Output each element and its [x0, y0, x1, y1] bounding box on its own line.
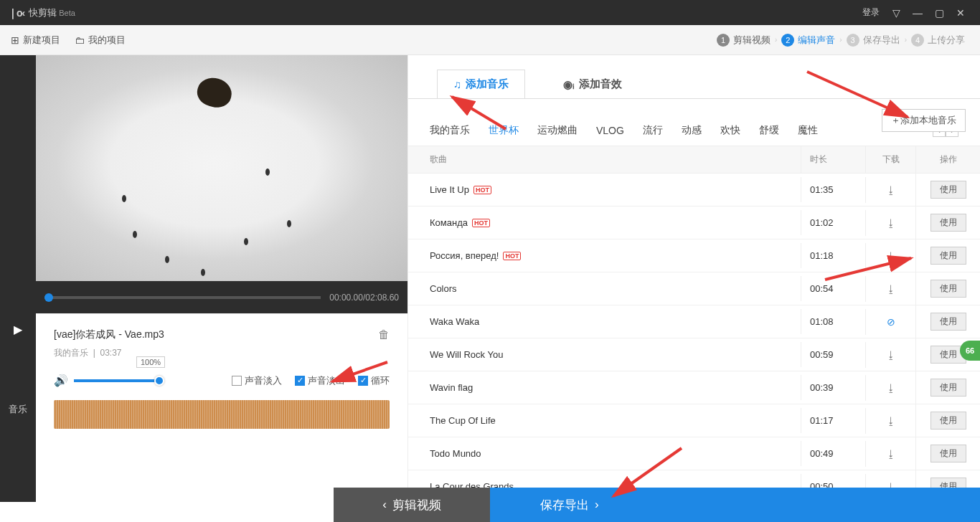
hot-badge: HOT — [503, 252, 521, 260]
use-button[interactable]: 使用 — [930, 313, 966, 331]
new-project-button[interactable]: ⊞新建项目 — [11, 34, 60, 47]
table-row[interactable]: КомандаHOT01:02⭳使用 — [408, 207, 980, 239]
song-name: Todo Mundo — [430, 448, 481, 459]
waveform[interactable] — [54, 400, 390, 429]
plus-icon: ⊞ — [11, 34, 19, 46]
download-icon[interactable]: ⭳ — [886, 283, 896, 295]
step-edit-video[interactable]: 1剪辑视频 — [717, 34, 771, 47]
sfx-icon: ◉ᵢ — [563, 78, 575, 91]
play-button[interactable]: ▶ — [0, 313, 36, 346]
table-row[interactable]: The Cup Of Life01:17⭳使用 — [408, 404, 980, 437]
category-2[interactable]: 运动燃曲 — [537, 124, 578, 137]
use-button[interactable]: 使用 — [930, 247, 966, 265]
download-icon[interactable]: ⭳ — [886, 349, 896, 361]
song-duration: 00:59 — [801, 342, 865, 367]
login-button[interactable]: 登录 — [862, 6, 880, 19]
table-row[interactable]: Colors00:54⭳使用 — [408, 272, 980, 305]
song-name: We Will Rock You — [430, 349, 503, 360]
my-projects-button[interactable]: 🗀我的项目 — [75, 34, 126, 47]
sidebar-music-label: 音乐 — [0, 403, 36, 416]
download-icon[interactable]: ⭳ — [886, 250, 896, 262]
category-4[interactable]: 流行 — [643, 124, 663, 137]
music-library: ♫添加音乐 ◉ᵢ添加音效 ＋添加本地音乐 我的音乐世界杯运动燃曲VLOG流行动感… — [407, 55, 980, 502]
table-row[interactable]: Россия, вперед!HOT01:18⭳使用 — [408, 239, 980, 272]
tab-add-sfx[interactable]: ◉ᵢ添加音效 — [547, 70, 639, 99]
hot-badge: HOT — [473, 186, 491, 194]
sidebar: ▶ 音乐 — [0, 55, 36, 502]
maximize-icon[interactable]: ▢ — [928, 7, 950, 19]
beta-label: Beta — [59, 9, 75, 17]
category-0[interactable]: 我的音乐 — [430, 124, 470, 137]
footer-next-button[interactable]: 保存导出› — [490, 488, 980, 522]
menu-icon[interactable]: ▽ — [885, 7, 907, 19]
table-row[interactable]: Waka Waka01:08⊘使用 — [408, 305, 980, 338]
audio-panel: [vae]你若成风 - Vae.mp3 🗑 我的音乐 | 03:37 100% … — [36, 313, 407, 502]
footer-back-button[interactable]: ‹剪辑视频 — [334, 488, 490, 522]
song-duration: 01:35 — [801, 177, 865, 202]
chevron-left-icon: ‹ — [382, 498, 387, 512]
song-name: Команда — [430, 217, 468, 228]
app-title: 快剪辑 — [29, 6, 57, 19]
song-duration: 00:49 — [801, 441, 865, 466]
plus-icon: ＋ — [891, 115, 900, 125]
category-7[interactable]: 舒缓 — [759, 124, 779, 137]
table-row[interactable]: Live It UpHOT01:35⭳使用 — [408, 174, 980, 207]
song-name: Россия, вперед! — [430, 250, 499, 261]
category-8[interactable]: 魔性 — [798, 124, 818, 137]
music-note-icon: ♫ — [453, 78, 461, 90]
time-display: 00:00.00/02:08.60 — [329, 293, 399, 303]
download-icon[interactable]: ⭳ — [886, 184, 896, 196]
category-5[interactable]: 动感 — [682, 124, 702, 137]
delete-audio-button[interactable]: 🗑 — [378, 328, 390, 341]
use-button[interactable]: 使用 — [930, 412, 966, 430]
volume-icon[interactable]: 🔊 — [54, 374, 68, 387]
video-preview[interactable] — [36, 55, 407, 281]
fade-in-checkbox[interactable]: 声音淡入 — [232, 374, 282, 387]
table-row[interactable]: We Will Rock You00:59⭳使用 — [408, 338, 980, 371]
step-export[interactable]: 3保存导出 — [847, 34, 900, 47]
audio-meta: 我的音乐 | 03:37 — [54, 347, 390, 359]
add-local-music-button[interactable]: ＋添加本地音乐 — [882, 109, 966, 132]
audio-filename: [vae]你若成风 - Vae.mp3 — [54, 328, 164, 341]
download-icon[interactable]: ⭳ — [886, 415, 896, 427]
song-duration: 01:08 — [801, 309, 865, 334]
category-1[interactable]: 世界杯 — [489, 124, 519, 137]
volume-value: 100% — [136, 356, 165, 368]
use-button[interactable]: 使用 — [930, 214, 966, 232]
tab-add-music[interactable]: ♫添加音乐 — [437, 70, 525, 99]
download-icon[interactable]: ⭳ — [886, 217, 896, 229]
loop-checkbox[interactable]: ✓循环 — [358, 374, 390, 387]
song-name: Colors — [430, 283, 457, 294]
close-icon[interactable]: ✕ — [950, 7, 971, 19]
category-3[interactable]: VLOG — [596, 125, 624, 136]
header-download: 下载 — [865, 146, 915, 173]
minimize-icon[interactable]: — — [907, 7, 928, 19]
header-song: 歌曲 — [408, 146, 801, 173]
song-name: Live It Up — [430, 184, 469, 195]
download-done-icon[interactable]: ⊘ — [887, 316, 895, 328]
use-button[interactable]: 使用 — [930, 445, 966, 462]
song-list: Live It UpHOT01:35⭳使用КомандаHOT01:02⭳使用Р… — [408, 174, 980, 502]
wizard-steps: 1剪辑视频› 2编辑声音› 3保存导出› 4上传分享 — [712, 34, 969, 47]
folder-icon: 🗀 — [75, 34, 85, 46]
progress-slider[interactable] — [44, 296, 321, 299]
table-row[interactable]: Todo Mundo00:49⭳使用 — [408, 437, 980, 470]
fade-out-checkbox[interactable]: ✓声音淡出 — [295, 374, 345, 387]
song-duration: 01:02 — [801, 210, 865, 235]
chevron-right-icon: › — [595, 498, 599, 512]
header-duration: 时长 — [801, 146, 865, 173]
step-share[interactable]: 4上传分享 — [911, 34, 965, 47]
use-button[interactable]: 使用 — [930, 181, 966, 199]
volume-slider[interactable] — [74, 379, 160, 382]
download-icon[interactable]: ⭳ — [886, 382, 896, 394]
download-icon[interactable]: ⭳ — [886, 448, 896, 460]
category-6[interactable]: 欢快 — [720, 124, 740, 137]
table-row[interactable]: Wavin flag00:39⭳使用 — [408, 371, 980, 404]
hot-badge: HOT — [472, 219, 490, 227]
use-button[interactable]: 使用 — [930, 280, 966, 298]
step-edit-audio[interactable]: 2编辑声音 — [781, 34, 835, 47]
table-header: 歌曲 时长 下载 操作 — [408, 146, 980, 174]
song-duration: 01:18 — [801, 243, 865, 268]
use-button[interactable]: 使用 — [930, 379, 966, 397]
badge-66[interactable]: 66 — [960, 341, 980, 361]
